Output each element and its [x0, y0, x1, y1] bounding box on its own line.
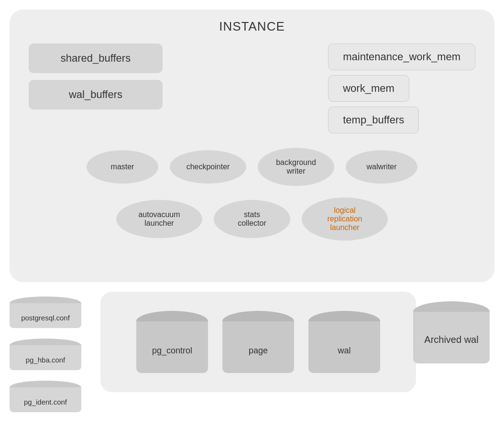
walwriter-ellipse: walwriter: [346, 150, 417, 184]
logical-replication-launcher-label: logicalreplicationlauncher: [328, 206, 362, 232]
pg-hba-conf-body: pg_hba.conf: [10, 345, 81, 370]
shared-buffers-box: shared_buffers: [29, 44, 163, 73]
master-label: master: [111, 163, 134, 171]
autovacuum-launcher-label: autovacuumlauncher: [138, 210, 180, 228]
pg-hba-conf-cylinder: pg_hba.conf: [10, 339, 81, 372]
archived-wal-label: Archived wal: [424, 334, 478, 345]
memory-row: shared_buffers wal_buffers maintenance_w…: [24, 44, 480, 133]
instance-box: INSTANCE shared_buffers wal_buffers main…: [10, 10, 494, 282]
process-row-1: master checkpointer backgroundwriter wal…: [24, 148, 480, 186]
stats-collector-ellipse: statscollector: [214, 200, 290, 238]
checkpointer-ellipse: checkpointer: [170, 150, 246, 184]
right-memory: maintenance_work_mem work_mem temp_buffe…: [328, 44, 475, 133]
pg-ident-conf-cylinder: pg_ident.conf: [10, 381, 81, 414]
archived-wal-body: Archived wal: [413, 312, 490, 363]
stats-collector-label: statscollector: [238, 210, 266, 228]
archived-wal-section: Archived wal: [413, 301, 490, 363]
pg-hba-conf-label: pg_hba.conf: [26, 356, 66, 364]
page-body: page: [222, 321, 294, 373]
background-writer-ellipse: backgroundwriter: [258, 148, 334, 186]
wal-label: wal: [338, 346, 351, 356]
work-mem-label: work_mem: [343, 82, 394, 94]
pg-ident-conf-label: pg_ident.conf: [24, 398, 67, 406]
checkpointer-label: checkpointer: [186, 163, 230, 171]
pg-ident-conf-item: pg_ident.conf: [10, 381, 81, 414]
shared-buffers-label: shared_buffers: [61, 52, 131, 64]
autovacuum-launcher-ellipse: autovacuumlauncher: [116, 200, 202, 238]
page-cylinder: page: [222, 311, 294, 373]
pg-control-cylinder: pg_control: [136, 311, 208, 373]
maintenance-work-mem-box: maintenance_work_mem: [328, 44, 475, 70]
master-ellipse: master: [87, 150, 158, 184]
wal-cylinder: wal: [308, 311, 380, 373]
config-files: postgresql.conf pg_hba.conf pg_i: [10, 296, 81, 414]
postgresql-conf-item: postgresql.conf: [10, 296, 81, 330]
pg-control-body: pg_control: [136, 321, 208, 373]
process-row-2: autovacuumlauncher statscollector logica…: [24, 198, 480, 241]
postgresql-conf-body: postgresql.conf: [10, 303, 81, 328]
wal-body: wal: [308, 321, 380, 373]
wal-buffers-box: wal_buffers: [29, 80, 163, 110]
bottom-section: postgresql.conf pg_hba.conf pg_i: [10, 292, 494, 429]
background-writer-label: backgroundwriter: [276, 158, 316, 176]
pg-hba-conf-item: pg_hba.conf: [10, 339, 81, 372]
left-memory: shared_buffers wal_buffers: [29, 44, 163, 110]
work-mem-box: work_mem: [328, 75, 409, 102]
wal-buffers-label: wal_buffers: [69, 88, 122, 100]
temp-buffers-box: temp_buffers: [328, 107, 419, 133]
walwriter-label: walwriter: [366, 163, 396, 171]
logical-replication-launcher-ellipse: logicalreplicationlauncher: [302, 198, 388, 241]
pg-ident-conf-body: pg_ident.conf: [10, 387, 81, 412]
maintenance-work-mem-label: maintenance_work_mem: [343, 51, 460, 63]
postgresql-conf-cylinder: postgresql.conf: [10, 296, 81, 330]
postgresql-conf-label: postgresql.conf: [21, 314, 70, 322]
main-container: INSTANCE shared_buffers wal_buffers main…: [10, 10, 494, 429]
temp-buffers-label: temp_buffers: [343, 114, 404, 126]
pg-control-label: pg_control: [152, 346, 192, 356]
archived-wal-cylinder: Archived wal: [413, 301, 490, 363]
page-label: page: [249, 346, 268, 356]
data-files-box: pg_control page wal: [100, 292, 416, 392]
instance-title: INSTANCE: [24, 19, 480, 34]
